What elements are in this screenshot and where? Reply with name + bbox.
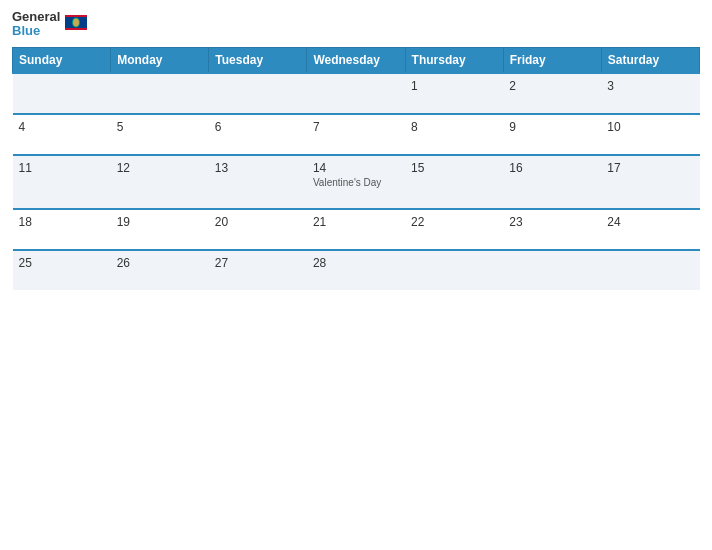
col-monday: Monday (111, 47, 209, 73)
col-friday: Friday (503, 47, 601, 73)
header: General Blue (12, 10, 700, 39)
calendar-cell: 10 (601, 114, 699, 155)
calendar-cell (601, 250, 699, 290)
day-number: 10 (607, 120, 693, 134)
day-number: 22 (411, 215, 497, 229)
day-number: 3 (607, 79, 693, 93)
page: General Blue Sunday Monday Tuesday Wedne… (0, 0, 712, 550)
day-number: 14 (313, 161, 399, 175)
calendar-cell: 4 (13, 114, 111, 155)
calendar-cell: 2 (503, 73, 601, 114)
svg-rect-1 (65, 15, 87, 17)
day-number: 12 (117, 161, 203, 175)
calendar-cell: 27 (209, 250, 307, 290)
calendar-header-row: Sunday Monday Tuesday Wednesday Thursday… (13, 47, 700, 73)
calendar-cell: 13 (209, 155, 307, 209)
calendar-cell (13, 73, 111, 114)
day-number: 25 (19, 256, 105, 270)
day-number: 24 (607, 215, 693, 229)
calendar-cell (111, 73, 209, 114)
day-number: 28 (313, 256, 399, 270)
day-number: 7 (313, 120, 399, 134)
logo-blue: Blue (12, 24, 40, 38)
calendar-cell (503, 250, 601, 290)
col-wednesday: Wednesday (307, 47, 405, 73)
calendar-cell: 26 (111, 250, 209, 290)
logo-flag-icon (65, 15, 87, 30)
calendar-cell: 12 (111, 155, 209, 209)
calendar-week-row: 45678910 (13, 114, 700, 155)
calendar-cell: 9 (503, 114, 601, 155)
col-thursday: Thursday (405, 47, 503, 73)
calendar-cell: 17 (601, 155, 699, 209)
calendar-cell: 14Valentine's Day (307, 155, 405, 209)
calendar-cell: 22 (405, 209, 503, 250)
calendar-cell: 25 (13, 250, 111, 290)
event-label: Valentine's Day (313, 177, 399, 188)
calendar-cell: 11 (13, 155, 111, 209)
day-number: 9 (509, 120, 595, 134)
calendar-cell: 3 (601, 73, 699, 114)
col-saturday: Saturday (601, 47, 699, 73)
calendar-cell: 21 (307, 209, 405, 250)
day-number: 1 (411, 79, 497, 93)
calendar-cell: 24 (601, 209, 699, 250)
calendar-week-row: 25262728 (13, 250, 700, 290)
day-number: 27 (215, 256, 301, 270)
svg-rect-2 (65, 28, 87, 30)
calendar-cell: 18 (13, 209, 111, 250)
day-number: 15 (411, 161, 497, 175)
logo-general: General (12, 10, 60, 24)
calendar-cell: 15 (405, 155, 503, 209)
day-number: 8 (411, 120, 497, 134)
col-sunday: Sunday (13, 47, 111, 73)
calendar-cell: 5 (111, 114, 209, 155)
calendar-table: Sunday Monday Tuesday Wednesday Thursday… (12, 47, 700, 290)
day-number: 13 (215, 161, 301, 175)
calendar-cell: 8 (405, 114, 503, 155)
col-tuesday: Tuesday (209, 47, 307, 73)
calendar-cell: 6 (209, 114, 307, 155)
day-number: 26 (117, 256, 203, 270)
day-number: 5 (117, 120, 203, 134)
day-number: 16 (509, 161, 595, 175)
calendar-week-row: 18192021222324 (13, 209, 700, 250)
day-number: 18 (19, 215, 105, 229)
logo: General Blue (12, 10, 87, 39)
calendar-cell: 28 (307, 250, 405, 290)
calendar-cell: 16 (503, 155, 601, 209)
day-number: 19 (117, 215, 203, 229)
calendar-cell (405, 250, 503, 290)
day-number: 21 (313, 215, 399, 229)
calendar-cell: 19 (111, 209, 209, 250)
calendar-cell: 23 (503, 209, 601, 250)
day-number: 11 (19, 161, 105, 175)
calendar-cell (307, 73, 405, 114)
day-number: 4 (19, 120, 105, 134)
day-number: 17 (607, 161, 693, 175)
calendar-week-row: 11121314Valentine's Day151617 (13, 155, 700, 209)
day-number: 2 (509, 79, 595, 93)
day-number: 23 (509, 215, 595, 229)
calendar-week-row: 123 (13, 73, 700, 114)
calendar-cell: 7 (307, 114, 405, 155)
svg-point-4 (73, 18, 79, 26)
calendar-cell (209, 73, 307, 114)
calendar-cell: 1 (405, 73, 503, 114)
day-number: 6 (215, 120, 301, 134)
day-number: 20 (215, 215, 301, 229)
calendar-cell: 20 (209, 209, 307, 250)
